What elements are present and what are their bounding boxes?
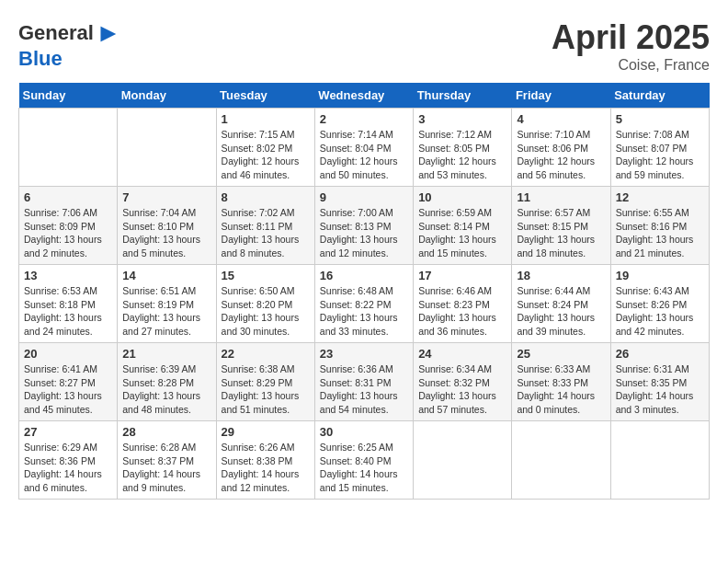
calendar-cell: 30Sunrise: 6:25 AM Sunset: 8:40 PM Dayli… [314, 421, 413, 500]
day-number: 26 [616, 347, 704, 361]
day-detail: Sunrise: 6:31 AM Sunset: 8:35 PM Dayligh… [616, 362, 704, 417]
day-detail: Sunrise: 6:36 AM Sunset: 8:31 PM Dayligh… [320, 362, 408, 417]
day-detail: Sunrise: 6:25 AM Sunset: 8:40 PM Dayligh… [320, 441, 408, 495]
calendar-week-row: 20Sunrise: 6:41 AM Sunset: 8:27 PM Dayli… [19, 343, 710, 421]
day-detail: Sunrise: 6:26 AM Sunset: 8:38 PM Dayligh… [222, 441, 310, 495]
calendar-week-row: 6Sunrise: 7:06 AM Sunset: 8:09 PM Daylig… [19, 187, 710, 265]
day-detail: Sunrise: 6:44 AM Sunset: 8:24 PM Dayligh… [517, 284, 605, 339]
calendar-cell: 28Sunrise: 6:28 AM Sunset: 8:37 PM Dayli… [118, 421, 216, 500]
day-number: 23 [320, 347, 408, 361]
calendar-cell [414, 421, 512, 500]
calendar-cell: 12Sunrise: 6:55 AM Sunset: 8:16 PM Dayli… [610, 187, 709, 265]
day-detail: Sunrise: 6:38 AM Sunset: 8:29 PM Dayligh… [222, 362, 310, 417]
day-detail: Sunrise: 7:14 AM Sunset: 8:04 PM Dayligh… [320, 128, 408, 182]
title-block: April 2025 Coise, France [552, 18, 710, 74]
calendar-cell: 7Sunrise: 7:04 AM Sunset: 8:10 PM Daylig… [118, 187, 216, 265]
day-detail: Sunrise: 6:50 AM Sunset: 8:20 PM Dayligh… [222, 284, 310, 339]
day-number: 8 [222, 190, 310, 204]
calendar-cell: 13Sunrise: 6:53 AM Sunset: 8:18 PM Dayli… [19, 265, 118, 343]
logo-general-text: General [18, 22, 94, 44]
day-detail: Sunrise: 6:39 AM Sunset: 8:28 PM Dayligh… [122, 362, 210, 417]
day-number: 30 [320, 425, 408, 439]
calendar-header-row: SundayMondayTuesdayWednesdayThursdayFrid… [19, 83, 710, 109]
day-detail: Sunrise: 6:34 AM Sunset: 8:32 PM Dayligh… [418, 362, 506, 417]
calendar-cell: 29Sunrise: 6:26 AM Sunset: 8:38 PM Dayli… [216, 421, 314, 500]
location-text: Coise, France [552, 57, 710, 74]
day-number: 12 [616, 190, 704, 204]
month-title: April 2025 [552, 18, 710, 57]
day-number: 5 [616, 112, 704, 126]
calendar-week-row: 27Sunrise: 6:29 AM Sunset: 8:36 PM Dayli… [19, 421, 710, 500]
calendar-cell: 23Sunrise: 6:36 AM Sunset: 8:31 PM Dayli… [314, 343, 413, 421]
calendar-cell: 14Sunrise: 6:51 AM Sunset: 8:19 PM Dayli… [118, 265, 216, 343]
calendar-week-row: 13Sunrise: 6:53 AM Sunset: 8:18 PM Dayli… [19, 265, 710, 343]
calendar-cell: 24Sunrise: 6:34 AM Sunset: 8:32 PM Dayli… [414, 343, 512, 421]
calendar-day-header: Tuesday [216, 83, 314, 109]
calendar-table: SundayMondayTuesdayWednesdayThursdayFrid… [18, 83, 710, 500]
day-detail: Sunrise: 6:43 AM Sunset: 8:26 PM Dayligh… [616, 284, 704, 339]
calendar-day-header: Monday [118, 83, 216, 109]
calendar-cell: 18Sunrise: 6:44 AM Sunset: 8:24 PM Dayli… [512, 265, 610, 343]
logo-arrow-icon: ► [96, 18, 121, 48]
day-number: 17 [418, 269, 506, 282]
calendar-cell: 4Sunrise: 7:10 AM Sunset: 8:06 PM Daylig… [512, 109, 610, 187]
day-number: 1 [222, 112, 310, 126]
day-detail: Sunrise: 6:51 AM Sunset: 8:19 PM Dayligh… [122, 284, 210, 339]
day-detail: Sunrise: 7:08 AM Sunset: 8:07 PM Dayligh… [616, 128, 704, 182]
calendar-cell: 6Sunrise: 7:06 AM Sunset: 8:09 PM Daylig… [19, 187, 118, 265]
calendar-day-header: Saturday [610, 83, 709, 109]
day-number: 24 [418, 347, 506, 361]
calendar-cell [512, 421, 610, 500]
page-header: General ► Blue April 2025 Coise, France [18, 18, 710, 74]
day-detail: Sunrise: 6:55 AM Sunset: 8:16 PM Dayligh… [616, 206, 704, 260]
calendar-day-header: Thursday [414, 83, 512, 109]
day-number: 16 [320, 269, 408, 282]
day-detail: Sunrise: 6:57 AM Sunset: 8:15 PM Dayligh… [517, 206, 605, 260]
calendar-cell: 16Sunrise: 6:48 AM Sunset: 8:22 PM Dayli… [314, 265, 413, 343]
day-detail: Sunrise: 7:10 AM Sunset: 8:06 PM Dayligh… [517, 128, 605, 182]
day-number: 13 [24, 269, 112, 282]
day-number: 15 [222, 269, 310, 282]
day-number: 2 [320, 112, 408, 126]
day-detail: Sunrise: 6:28 AM Sunset: 8:37 PM Dayligh… [122, 441, 210, 495]
day-number: 3 [418, 112, 506, 126]
day-number: 9 [320, 190, 408, 204]
calendar-day-header: Wednesday [314, 83, 413, 109]
day-number: 21 [122, 347, 210, 361]
calendar-cell: 21Sunrise: 6:39 AM Sunset: 8:28 PM Dayli… [118, 343, 216, 421]
day-number: 11 [517, 190, 605, 204]
day-detail: Sunrise: 6:29 AM Sunset: 8:36 PM Dayligh… [24, 441, 112, 495]
calendar-cell: 8Sunrise: 7:02 AM Sunset: 8:11 PM Daylig… [216, 187, 314, 265]
day-detail: Sunrise: 6:59 AM Sunset: 8:14 PM Dayligh… [418, 206, 506, 260]
day-number: 6 [24, 190, 112, 204]
calendar-cell: 2Sunrise: 7:14 AM Sunset: 8:04 PM Daylig… [314, 109, 413, 187]
day-number: 19 [616, 269, 704, 282]
calendar-cell: 3Sunrise: 7:12 AM Sunset: 8:05 PM Daylig… [414, 109, 512, 187]
logo: General ► Blue [18, 18, 121, 70]
day-detail: Sunrise: 6:48 AM Sunset: 8:22 PM Dayligh… [320, 284, 408, 339]
calendar-cell: 5Sunrise: 7:08 AM Sunset: 8:07 PM Daylig… [610, 109, 709, 187]
calendar-cell [118, 109, 216, 187]
day-detail: Sunrise: 6:41 AM Sunset: 8:27 PM Dayligh… [24, 362, 112, 417]
calendar-cell [19, 109, 118, 187]
day-number: 10 [418, 190, 506, 204]
day-number: 25 [517, 347, 605, 361]
day-detail: Sunrise: 7:15 AM Sunset: 8:02 PM Dayligh… [222, 128, 310, 182]
day-detail: Sunrise: 7:00 AM Sunset: 8:13 PM Dayligh… [320, 206, 408, 260]
calendar-cell: 15Sunrise: 6:50 AM Sunset: 8:20 PM Dayli… [216, 265, 314, 343]
day-detail: Sunrise: 6:33 AM Sunset: 8:33 PM Dayligh… [517, 362, 605, 417]
day-detail: Sunrise: 7:06 AM Sunset: 8:09 PM Dayligh… [24, 206, 112, 260]
calendar-day-header: Sunday [19, 83, 118, 109]
calendar-cell: 25Sunrise: 6:33 AM Sunset: 8:33 PM Dayli… [512, 343, 610, 421]
calendar-cell: 26Sunrise: 6:31 AM Sunset: 8:35 PM Dayli… [610, 343, 709, 421]
calendar-cell: 20Sunrise: 6:41 AM Sunset: 8:27 PM Dayli… [19, 343, 118, 421]
day-number: 29 [222, 425, 310, 439]
day-detail: Sunrise: 6:46 AM Sunset: 8:23 PM Dayligh… [418, 284, 506, 339]
day-number: 27 [24, 425, 112, 439]
calendar-cell: 27Sunrise: 6:29 AM Sunset: 8:36 PM Dayli… [19, 421, 118, 500]
calendar-cell: 9Sunrise: 7:00 AM Sunset: 8:13 PM Daylig… [314, 187, 413, 265]
calendar-cell: 10Sunrise: 6:59 AM Sunset: 8:14 PM Dayli… [414, 187, 512, 265]
calendar-cell: 1Sunrise: 7:15 AM Sunset: 8:02 PM Daylig… [216, 109, 314, 187]
day-number: 20 [24, 347, 112, 361]
calendar-cell: 19Sunrise: 6:43 AM Sunset: 8:26 PM Dayli… [610, 265, 709, 343]
